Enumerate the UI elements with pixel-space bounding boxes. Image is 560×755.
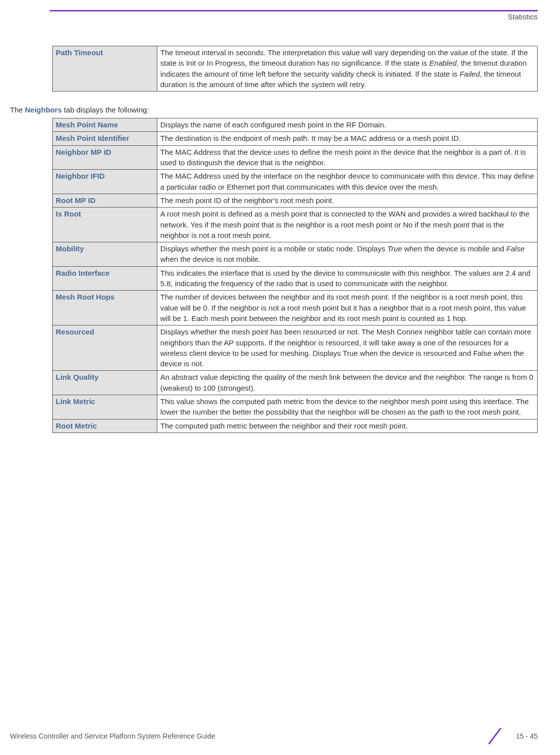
page-footer: Wireless Controller and Service Platform… [10,726,538,746]
table-row: Path TimeoutThe timeout interval in seco… [53,46,538,92]
row-label: Path Timeout [53,46,157,92]
table-row: Mesh Root HopsThe number of devices betw… [53,291,538,325]
desc-text: This indicates the interface that is use… [160,269,530,288]
desc-text: The destination is the endpoint of mesh … [160,134,461,142]
desc-text: The MAC Address used by the interface on… [160,172,534,191]
intro-suffix: tab displays the following: [62,106,149,114]
row-description: Displays the name of each configured mes… [157,118,538,132]
table-neighbors: Mesh Point NameDisplays the name of each… [52,118,538,433]
intro-bold: Neighbors [25,106,62,114]
table-row: Link QualityAn abstract value depicting … [53,371,538,395]
row-label: Link Metric [53,395,157,420]
footer-title: Wireless Controller and Service Platform… [10,732,215,740]
row-description: The mesh point ID of the neighbor's root… [157,194,538,207]
row-description: A root mesh point is defined as a mesh p… [157,208,538,242]
row-label: Root Metric [53,419,157,432]
slash-icon [485,726,505,746]
row-label: Mesh Point Identifier [53,132,157,145]
table-row: Mesh Point IdentifierThe destination is … [53,132,538,145]
desc-text: This value shows the computed path metri… [160,397,529,416]
desc-text: Displays whether the mesh point has been… [160,327,531,368]
row-description: An abstract value depicting the quality … [157,371,538,395]
row-label: Mesh Root Hops [53,291,157,325]
table-path-timeout: Path TimeoutThe timeout interval in seco… [52,46,538,92]
row-label: Mesh Point Name [53,118,157,132]
table-row: ResourcedDisplays whether the mesh point… [53,325,538,371]
row-label: Is Root [53,208,157,242]
row-description: Displays whether the mesh point is a mob… [157,242,538,267]
row-label: Root MP ID [53,194,157,207]
header-divider [50,10,538,11]
section-label: Statistics [10,12,538,21]
row-label: Link Quality [53,371,157,395]
table-row: Is RootA root mesh point is defined as a… [53,208,538,242]
desc-text: The computed path metric between the nei… [160,422,408,430]
row-description: The timeout interval in seconds. The int… [157,46,538,92]
desc-text: when the device is mobile and [402,244,506,253]
table-row: Neighbor MP IDThe MAC Address that the d… [53,145,538,170]
row-label: Radio Interface [53,266,157,291]
desc-text: Displays the name of each configured mes… [160,120,386,129]
desc-text: Enabled [429,59,456,67]
desc-text: The mesh point ID of the neighbor's root… [160,196,334,205]
row-description: This value shows the computed path metri… [157,395,538,420]
desc-text: The number of devices between the neighb… [160,293,526,323]
row-label: Resourced [53,325,157,371]
row-label: Neighbor MP ID [53,145,157,170]
row-label: Mobility [53,242,157,267]
row-description: The number of devices between the neighb… [157,291,538,325]
desc-text: The MAC Address that the device uses to … [160,148,526,167]
desc-text: A root mesh point is defined as a mesh p… [160,210,530,239]
desc-text: True [387,244,402,253]
table-row: MobilityDisplays whether the mesh point … [53,242,538,267]
desc-text: False [506,244,525,253]
page-number: 15 - 45 [516,732,538,740]
svg-line-0 [489,728,501,744]
row-description: The destination is the endpoint of mesh … [157,132,538,145]
table-row: Link MetricThis value shows the computed… [53,395,538,420]
row-description: The computed path metric between the nei… [157,419,538,432]
neighbors-intro: The Neighbors tab displays the following… [10,106,538,114]
row-description: The MAC Address that the device uses to … [157,145,538,170]
desc-text: Failed [459,70,480,78]
intro-prefix: The [10,106,25,114]
table-row: Neighbor IFIDThe MAC Address used by the… [53,170,538,194]
table-row: Root MP IDThe mesh point ID of the neigh… [53,194,538,207]
table-row: Mesh Point NameDisplays the name of each… [53,118,538,132]
table-row: Root MetricThe computed path metric betw… [53,419,538,432]
desc-text: Displays whether the mesh point is a mob… [160,244,387,253]
desc-text: An abstract value depicting the quality … [160,373,533,392]
row-description: The MAC Address used by the interface on… [157,170,538,194]
desc-text: when the device is not mobile. [160,255,260,263]
row-description: This indicates the interface that is use… [157,266,538,291]
row-label: Neighbor IFID [53,170,157,194]
row-description: Displays whether the mesh point has been… [157,325,538,371]
table-row: Radio InterfaceThis indicates the interf… [53,266,538,291]
